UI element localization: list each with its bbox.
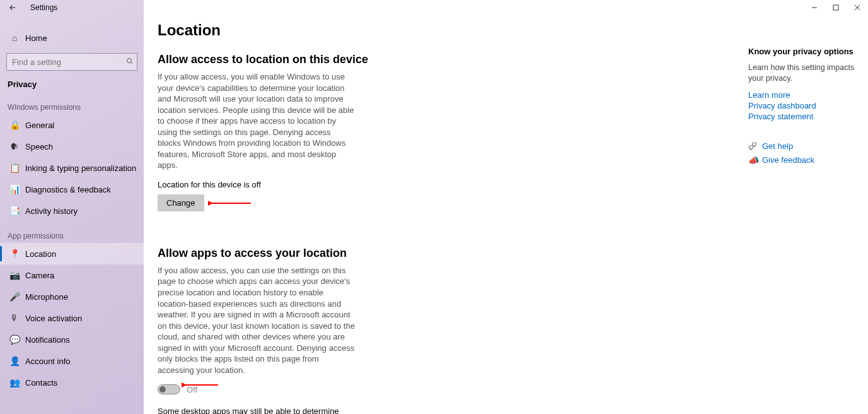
lock-icon: 🔒 xyxy=(8,120,21,130)
learn-more-link[interactable]: Learn more xyxy=(748,90,860,100)
account-icon: 👤 xyxy=(8,356,21,366)
minimize-button[interactable] xyxy=(804,0,825,15)
search-box[interactable] xyxy=(6,53,137,71)
voice-icon: 🎙 xyxy=(8,313,21,323)
section-device-access: Allow access to location on this device … xyxy=(158,53,516,229)
section-body: If you allow access, you can use the set… xyxy=(158,265,356,376)
annotation-arrow-icon xyxy=(208,198,252,208)
window-controls xyxy=(804,0,868,15)
window-title: Settings xyxy=(30,3,57,12)
sidebar-item-label: Contacts xyxy=(25,378,57,387)
inking-icon: 📋 xyxy=(8,163,21,173)
sidebar-item-label: General xyxy=(25,121,54,130)
sidebar-item-label: Speech xyxy=(25,142,53,151)
right-panel: Know your privacy options Learn how this… xyxy=(748,47,860,169)
close-button[interactable] xyxy=(847,0,868,15)
main: Location Allow access to location on thi… xyxy=(144,0,868,414)
content: Location Allow access to location on thi… xyxy=(144,0,528,414)
desktop-apps-note: Some desktop apps may still be able to d… xyxy=(158,406,356,414)
speech-icon: 🗣 xyxy=(8,141,21,151)
right-body: Learn how this setting impacts your priv… xyxy=(748,62,860,84)
sidebar-item-label: Camera xyxy=(25,271,54,280)
section-heading: Allow apps to access your location xyxy=(158,247,516,260)
get-help-link[interactable]: Get help xyxy=(762,141,793,151)
section-apps-access: Allow apps to access your location If yo… xyxy=(158,247,516,414)
sidebar-item-label: Inking & typing personalization xyxy=(25,163,136,173)
sidebar-item-label: Account info xyxy=(25,357,71,366)
category-label: Privacy xyxy=(0,71,144,93)
diagnostics-icon: 📊 xyxy=(8,184,21,194)
contacts-icon: 👥 xyxy=(8,377,21,387)
section-body: If you allow access, you will enable Win… xyxy=(158,71,356,171)
sidebar: Settings ⌂ Home Privacy Windows permissi… xyxy=(0,0,144,414)
sidebar-item-contacts[interactable]: 👥 Contacts xyxy=(0,372,144,393)
privacy-dashboard-link[interactable]: Privacy dashboard xyxy=(748,101,860,110)
sidebar-item-speech[interactable]: 🗣 Speech xyxy=(0,136,144,157)
svg-point-0 xyxy=(127,58,132,62)
sidebar-item-label: Voice activation xyxy=(25,314,82,323)
home-label: Home xyxy=(25,33,47,43)
give-feedback-link[interactable]: Give feedback xyxy=(762,155,814,165)
sidebar-item-location[interactable]: 📍 Location xyxy=(0,243,144,264)
location-status: Location for this device is off xyxy=(158,180,516,189)
sidebar-item-camera[interactable]: 📷 Camera xyxy=(0,264,144,286)
sidebar-item-inking[interactable]: 📋 Inking & typing personalization xyxy=(0,157,144,179)
right-heading: Know your privacy options xyxy=(748,47,860,56)
home-nav[interactable]: ⌂ Home xyxy=(0,27,144,49)
sidebar-item-label: Microphone xyxy=(25,292,68,302)
maximize-button[interactable] xyxy=(825,0,847,15)
section-heading: Allow access to location on this device xyxy=(158,53,516,66)
sidebar-item-notifications[interactable]: 💬 Notifications xyxy=(0,329,144,350)
sidebar-item-general[interactable]: 🔒 General xyxy=(0,114,144,136)
change-button[interactable]: Change xyxy=(158,194,204,211)
home-icon: ⌂ xyxy=(8,33,21,43)
sidebar-item-label: Location xyxy=(25,249,56,259)
section-windows-permissions: Windows permissions xyxy=(0,93,144,114)
sidebar-item-label: Notifications xyxy=(25,335,70,345)
sidebar-item-account[interactable]: 👤 Account info xyxy=(0,350,144,372)
back-icon[interactable] xyxy=(4,3,21,12)
sidebar-item-label: Activity history xyxy=(25,206,78,216)
camera-icon: 📷 xyxy=(8,270,21,280)
feedback-row[interactable]: 📣 Give feedback xyxy=(748,155,860,165)
help-icon: 🗪 xyxy=(748,141,762,151)
section-app-permissions: App permissions xyxy=(0,222,144,243)
sidebar-item-microphone[interactable]: 🎤 Microphone xyxy=(0,286,144,307)
search-wrap xyxy=(0,49,144,71)
privacy-statement-link[interactable]: Privacy statement xyxy=(748,112,860,121)
feedback-icon: 📣 xyxy=(748,155,762,165)
get-help-row[interactable]: 🗪 Get help xyxy=(748,141,860,151)
toggle-state-label: Off xyxy=(187,385,197,394)
notifications-icon: 💬 xyxy=(8,334,21,345)
sidebar-item-label: Diagnostics & feedback xyxy=(25,185,111,194)
svg-rect-1 xyxy=(833,5,838,10)
location-icon: 📍 xyxy=(8,249,21,259)
activity-icon: 📑 xyxy=(8,206,21,216)
sidebar-item-diagnostics[interactable]: 📊 Diagnostics & feedback xyxy=(0,179,144,200)
microphone-icon: 🎤 xyxy=(8,292,21,302)
sidebar-item-voice[interactable]: 🎙 Voice activation xyxy=(0,307,144,329)
sidebar-item-activity[interactable]: 📑 Activity history xyxy=(0,200,144,222)
search-icon[interactable] xyxy=(123,57,137,67)
page-title: Location xyxy=(158,21,516,39)
sidebar-header: Settings xyxy=(0,0,144,15)
location-apps-toggle[interactable] xyxy=(158,384,180,394)
search-input[interactable] xyxy=(7,57,123,67)
